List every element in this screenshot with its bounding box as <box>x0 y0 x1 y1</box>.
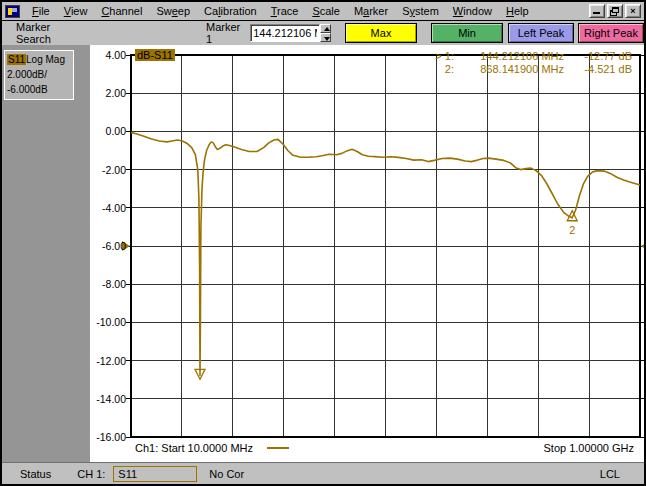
marker-2-label: 2 <box>569 224 575 236</box>
trace-id-badge: S11 <box>7 54 26 65</box>
menu-file[interactable]: File <box>25 3 57 19</box>
y-axis-label: 2.00 <box>88 87 126 99</box>
y-axis-label: -2.00 <box>88 164 126 176</box>
x-axis-row: Ch1: Start 10.0000 MHz Stop 1.00000 GHz <box>90 439 644 457</box>
menu-view[interactable]: View <box>57 3 95 19</box>
marker-readout: > 1:144.212106 MHz-12.77 dB2:868.141900 … <box>426 50 632 76</box>
correction-status: No Cor <box>209 468 244 480</box>
y-axis-label: -12.00 <box>88 355 126 367</box>
marker-search-toolbar: Marker Search Marker 1 MaxMinLeft PeakRi… <box>2 21 644 45</box>
status-label: Status <box>20 468 51 480</box>
minimize-button[interactable] <box>589 4 605 18</box>
menu-trace[interactable]: Trace <box>264 3 306 19</box>
marker-search-buttons: MaxMinLeft PeakRight Peak <box>345 23 644 43</box>
stepper-up-button[interactable] <box>320 24 331 33</box>
trace-title-badge: dB-S11 <box>135 49 175 61</box>
right-peak-button[interactable]: Right Peak <box>578 23 644 43</box>
sweep-stop-label: Stop 1.00000 GHz <box>543 442 634 454</box>
trace-status-sidebar: S11Log Mag 2.000dB/ -6.000dB <box>2 45 90 462</box>
toolbar-title: Marker Search <box>16 21 76 45</box>
trace-scale-label: 2.000dB/ <box>7 67 71 82</box>
active-trace-box[interactable]: S11 <box>113 466 197 482</box>
y-axis-label: 4.00 <box>88 49 126 61</box>
stepper-down-button[interactable] <box>320 33 331 42</box>
marker-frequency-input[interactable] <box>250 24 320 42</box>
mk-prefix: 2: <box>426 63 454 76</box>
window-controls: × <box>589 4 644 18</box>
vna-application-window: FileViewChannelSweepCalibrationTraceScal… <box>0 0 646 486</box>
menu-marker[interactable]: Marker <box>347 3 395 19</box>
trace-reference-label: -6.000dB <box>7 82 71 97</box>
menu-calibration[interactable]: Calibration <box>197 3 264 19</box>
y-axis-label: -8.00 <box>88 278 126 290</box>
marker-frequency-stepper <box>320 24 331 42</box>
sweep-start-label: Ch1: Start 10.0000 MHz <box>135 442 253 454</box>
mk-freq: 868.141900 MHz <box>454 63 564 76</box>
min-button[interactable]: Min <box>431 23 503 43</box>
y-axis-label: 0.00 <box>88 125 126 137</box>
minimize-icon <box>593 12 600 14</box>
channel-label: CH 1: <box>77 468 105 480</box>
menu-window[interactable]: Window <box>446 3 499 19</box>
menu-help[interactable]: Help <box>499 3 536 19</box>
close-icon: × <box>630 7 635 16</box>
menu-items: FileViewChannelSweepCalibrationTraceScal… <box>25 3 536 19</box>
trace-status-panel[interactable]: S11Log Mag 2.000dB/ -6.000dB <box>4 50 74 100</box>
menu-scale[interactable]: Scale <box>305 3 347 19</box>
mk-val: -4.521 dB <box>564 63 632 76</box>
left-peak-button[interactable]: Left Peak <box>508 23 574 43</box>
mk-val: -12.77 dB <box>564 50 632 63</box>
app-icon[interactable] <box>5 5 20 18</box>
menu-bar: FileViewChannelSweepCalibrationTraceScal… <box>2 2 644 21</box>
y-axis-label: -4.00 <box>88 202 126 214</box>
main-content: S11Log Mag 2.000dB/ -6.000dB 2 4.002.000… <box>2 45 644 462</box>
mk-prefix: > 1: <box>426 50 454 63</box>
trace-color-swatch <box>267 447 289 449</box>
reference-level-marker-right[interactable] <box>641 241 644 251</box>
plot-area: 2 4.002.000.00-2.00-4.00-6.00-8.00-10.00… <box>90 45 644 462</box>
restore-button[interactable] <box>607 4 623 18</box>
close-button[interactable]: × <box>625 4 641 18</box>
mk-freq: 144.212106 MHz <box>454 50 564 63</box>
marker-number-label: Marker 1 <box>206 21 242 45</box>
marker-readout-row-2: 2:868.141900 MHz-4.521 dB <box>426 63 632 76</box>
lcl-mode-label: LCL <box>600 468 620 480</box>
menu-channel[interactable]: Channel <box>94 3 149 19</box>
status-bar: Status CH 1: S11 No Cor LCL <box>2 462 644 484</box>
s11-plot: 2 <box>90 45 644 462</box>
menu-system[interactable]: System <box>395 3 446 19</box>
trace-format-label: Log Mag <box>26 54 65 65</box>
marker-readout-row-1: > 1:144.212106 MHz-12.77 dB <box>426 50 632 63</box>
menu-sweep[interactable]: Sweep <box>149 3 197 19</box>
y-axis-label: -14.00 <box>88 393 126 405</box>
max-button[interactable]: Max <box>345 23 417 43</box>
y-axis-label: -10.00 <box>88 316 126 328</box>
y-axis-label: -6.00 <box>88 240 126 252</box>
